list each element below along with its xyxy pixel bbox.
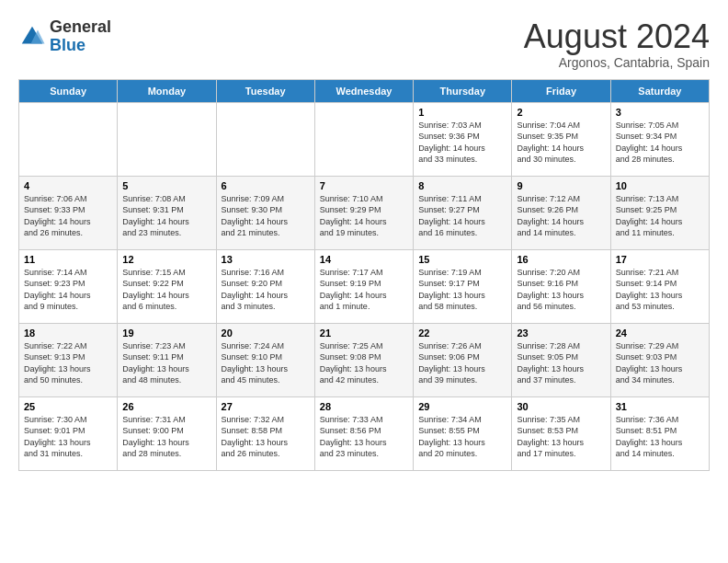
logo: General Blue bbox=[18, 18, 111, 55]
cell-info: Sunrise: 7:23 AM Sunset: 9:11 PM Dayligh… bbox=[122, 340, 210, 386]
cell-info: Sunrise: 7:15 AM Sunset: 9:22 PM Dayligh… bbox=[122, 267, 210, 313]
cell-info: Sunrise: 7:33 AM Sunset: 8:56 PM Dayligh… bbox=[320, 414, 408, 460]
page-header: General Blue August 2024 Argonos, Cantab… bbox=[18, 18, 710, 70]
date-number: 19 bbox=[122, 327, 210, 339]
calendar-cell: 29Sunrise: 7:34 AM Sunset: 8:55 PM Dayli… bbox=[414, 396, 512, 470]
week-row-5: 25Sunrise: 7:30 AM Sunset: 9:01 PM Dayli… bbox=[19, 396, 710, 470]
date-number: 14 bbox=[320, 254, 408, 265]
calendar-cell: 24Sunrise: 7:29 AM Sunset: 9:03 PM Dayli… bbox=[610, 323, 709, 396]
calendar-table: SundayMondayTuesdayWednesdayThursdayFrid… bbox=[18, 79, 710, 471]
cell-info: Sunrise: 7:31 AM Sunset: 9:00 PM Dayligh… bbox=[122, 414, 210, 460]
cell-info: Sunrise: 7:04 AM Sunset: 9:35 PM Dayligh… bbox=[517, 120, 605, 166]
date-number: 5 bbox=[122, 180, 210, 191]
date-number: 17 bbox=[616, 254, 704, 265]
date-number: 11 bbox=[24, 254, 112, 265]
calendar-cell: 20Sunrise: 7:24 AM Sunset: 9:10 PM Dayli… bbox=[216, 323, 314, 396]
cell-info: Sunrise: 7:25 AM Sunset: 9:08 PM Dayligh… bbox=[320, 340, 408, 386]
calendar-cell: 30Sunrise: 7:35 AM Sunset: 8:53 PM Dayli… bbox=[512, 396, 610, 470]
date-number: 12 bbox=[122, 254, 210, 265]
date-number: 29 bbox=[418, 401, 506, 412]
date-number: 15 bbox=[418, 254, 506, 265]
date-number: 25 bbox=[24, 401, 112, 412]
cell-info: Sunrise: 7:06 AM Sunset: 9:33 PM Dayligh… bbox=[24, 193, 112, 239]
date-number: 28 bbox=[320, 401, 408, 412]
cell-info: Sunrise: 7:10 AM Sunset: 9:29 PM Dayligh… bbox=[320, 193, 408, 239]
day-header-wednesday: Wednesday bbox=[314, 79, 413, 102]
calendar-cell: 28Sunrise: 7:33 AM Sunset: 8:56 PM Dayli… bbox=[314, 396, 413, 470]
cell-info: Sunrise: 7:05 AM Sunset: 9:34 PM Dayligh… bbox=[616, 120, 704, 166]
date-number: 9 bbox=[517, 180, 605, 191]
day-header-friday: Friday bbox=[512, 79, 610, 102]
date-number: 23 bbox=[517, 327, 605, 339]
cell-info: Sunrise: 7:30 AM Sunset: 9:01 PM Dayligh… bbox=[24, 414, 112, 460]
date-number: 21 bbox=[320, 327, 408, 339]
calendar-cell: 23Sunrise: 7:28 AM Sunset: 9:05 PM Dayli… bbox=[512, 323, 610, 396]
cell-info: Sunrise: 7:20 AM Sunset: 9:16 PM Dayligh… bbox=[517, 267, 605, 313]
calendar-cell: 1Sunrise: 7:03 AM Sunset: 9:36 PM Daylig… bbox=[414, 102, 512, 176]
date-number: 4 bbox=[24, 180, 112, 191]
date-number: 7 bbox=[320, 180, 408, 191]
date-number: 18 bbox=[24, 327, 112, 339]
day-header-row: SundayMondayTuesdayWednesdayThursdayFrid… bbox=[19, 79, 710, 102]
cell-info: Sunrise: 7:21 AM Sunset: 9:14 PM Dayligh… bbox=[616, 267, 704, 313]
logo-general-text: General bbox=[50, 17, 111, 36]
calendar-cell: 14Sunrise: 7:17 AM Sunset: 9:19 PM Dayli… bbox=[314, 249, 413, 323]
calendar-cell: 22Sunrise: 7:26 AM Sunset: 9:06 PM Dayli… bbox=[414, 323, 512, 396]
date-number: 16 bbox=[517, 254, 605, 265]
calendar-cell: 9Sunrise: 7:12 AM Sunset: 9:26 PM Daylig… bbox=[512, 176, 610, 249]
calendar-cell: 16Sunrise: 7:20 AM Sunset: 9:16 PM Dayli… bbox=[512, 249, 610, 323]
cell-info: Sunrise: 7:22 AM Sunset: 9:13 PM Dayligh… bbox=[24, 340, 112, 386]
logo-blue-text: Blue bbox=[50, 36, 85, 54]
date-number: 30 bbox=[517, 401, 605, 412]
calendar-cell: 27Sunrise: 7:32 AM Sunset: 8:58 PM Dayli… bbox=[216, 396, 314, 470]
date-number: 1 bbox=[418, 107, 506, 118]
date-number: 31 bbox=[616, 401, 704, 412]
calendar-cell: 7Sunrise: 7:10 AM Sunset: 9:29 PM Daylig… bbox=[314, 176, 413, 249]
date-number: 22 bbox=[418, 327, 506, 339]
day-header-thursday: Thursday bbox=[414, 79, 512, 102]
logo-icon bbox=[18, 23, 46, 51]
calendar-cell: 18Sunrise: 7:22 AM Sunset: 9:13 PM Dayli… bbox=[19, 323, 118, 396]
cell-info: Sunrise: 7:12 AM Sunset: 9:26 PM Dayligh… bbox=[517, 193, 605, 239]
cell-info: Sunrise: 7:08 AM Sunset: 9:31 PM Dayligh… bbox=[122, 193, 210, 239]
cell-info: Sunrise: 7:36 AM Sunset: 8:51 PM Dayligh… bbox=[616, 414, 704, 460]
calendar-cell: 11Sunrise: 7:14 AM Sunset: 9:23 PM Dayli… bbox=[19, 249, 118, 323]
date-number: 20 bbox=[222, 327, 310, 339]
calendar-cell: 10Sunrise: 7:13 AM Sunset: 9:25 PM Dayli… bbox=[610, 176, 709, 249]
title-block: August 2024 Argonos, Cantabria, Spain bbox=[524, 18, 710, 70]
cell-info: Sunrise: 7:03 AM Sunset: 9:36 PM Dayligh… bbox=[418, 120, 506, 166]
date-number: 27 bbox=[222, 401, 310, 412]
day-header-saturday: Saturday bbox=[610, 79, 709, 102]
location: Argonos, Cantabria, Spain bbox=[524, 55, 710, 70]
calendar-cell bbox=[314, 102, 413, 176]
cell-info: Sunrise: 7:34 AM Sunset: 8:55 PM Dayligh… bbox=[418, 414, 506, 460]
cell-info: Sunrise: 7:11 AM Sunset: 9:27 PM Dayligh… bbox=[418, 193, 506, 239]
calendar-cell: 26Sunrise: 7:31 AM Sunset: 9:00 PM Dayli… bbox=[118, 396, 216, 470]
cell-info: Sunrise: 7:19 AM Sunset: 9:17 PM Dayligh… bbox=[418, 267, 506, 313]
calendar-cell bbox=[19, 102, 118, 176]
cell-info: Sunrise: 7:17 AM Sunset: 9:19 PM Dayligh… bbox=[320, 267, 408, 313]
date-number: 13 bbox=[222, 254, 310, 265]
cell-info: Sunrise: 7:26 AM Sunset: 9:06 PM Dayligh… bbox=[418, 340, 506, 386]
cell-info: Sunrise: 7:16 AM Sunset: 9:20 PM Dayligh… bbox=[222, 267, 310, 313]
calendar-cell: 21Sunrise: 7:25 AM Sunset: 9:08 PM Dayli… bbox=[314, 323, 413, 396]
date-number: 24 bbox=[616, 327, 704, 339]
calendar-cell bbox=[216, 102, 314, 176]
calendar-cell: 6Sunrise: 7:09 AM Sunset: 9:30 PM Daylig… bbox=[216, 176, 314, 249]
date-number: 6 bbox=[222, 180, 310, 191]
day-header-tuesday: Tuesday bbox=[216, 79, 314, 102]
calendar-cell: 15Sunrise: 7:19 AM Sunset: 9:17 PM Dayli… bbox=[414, 249, 512, 323]
cell-info: Sunrise: 7:35 AM Sunset: 8:53 PM Dayligh… bbox=[517, 414, 605, 460]
calendar-cell: 13Sunrise: 7:16 AM Sunset: 9:20 PM Dayli… bbox=[216, 249, 314, 323]
calendar-cell: 4Sunrise: 7:06 AM Sunset: 9:33 PM Daylig… bbox=[19, 176, 118, 249]
cell-info: Sunrise: 7:09 AM Sunset: 9:30 PM Dayligh… bbox=[222, 193, 310, 239]
date-number: 2 bbox=[517, 107, 605, 118]
day-header-sunday: Sunday bbox=[19, 79, 118, 102]
week-row-1: 1Sunrise: 7:03 AM Sunset: 9:36 PM Daylig… bbox=[19, 102, 710, 176]
cell-info: Sunrise: 7:29 AM Sunset: 9:03 PM Dayligh… bbox=[616, 340, 704, 386]
calendar-cell: 5Sunrise: 7:08 AM Sunset: 9:31 PM Daylig… bbox=[118, 176, 216, 249]
cell-info: Sunrise: 7:14 AM Sunset: 9:23 PM Dayligh… bbox=[24, 267, 112, 313]
cell-info: Sunrise: 7:24 AM Sunset: 9:10 PM Dayligh… bbox=[222, 340, 310, 386]
week-row-4: 18Sunrise: 7:22 AM Sunset: 9:13 PM Dayli… bbox=[19, 323, 710, 396]
cell-info: Sunrise: 7:13 AM Sunset: 9:25 PM Dayligh… bbox=[616, 193, 704, 239]
